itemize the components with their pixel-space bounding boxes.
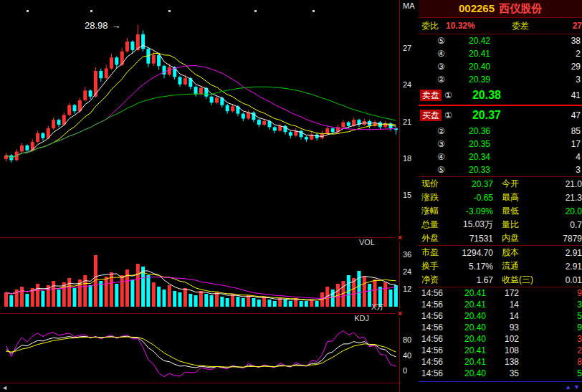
tick-flag: 5 bbox=[519, 368, 582, 378]
quote-label: 流通 bbox=[502, 260, 538, 272]
ask-row-4[interactable]: ④ 20.41 2 bbox=[419, 47, 582, 60]
volume-pane[interactable]: VOL X万 bbox=[0, 238, 399, 314]
ask-price: 20.42 bbox=[457, 36, 502, 46]
ask-row-2[interactable]: ② 20.39 3 bbox=[419, 73, 582, 86]
tick-time: 14:56 bbox=[421, 368, 450, 378]
bid1-price: 20.37 bbox=[464, 109, 509, 122]
vol-indicator-label: VOL bbox=[359, 238, 375, 247]
kdj-indicator-label: KDJ bbox=[354, 314, 369, 322]
weibi-row: 委比 10.32% 委差 27 bbox=[419, 18, 582, 34]
quote-value: 5.17% bbox=[447, 262, 493, 272]
tick-time: 14:56 bbox=[421, 311, 450, 321]
tick-row[interactable]: 14:56 20.40 14 5 bbox=[419, 310, 582, 322]
ask-volume: 3 bbox=[502, 75, 582, 85]
quote-value: 1294.70 bbox=[447, 248, 493, 258]
stock-title: 002265西仪股份 bbox=[419, 0, 582, 18]
ask-row-3[interactable]: ③ 20.40 29 bbox=[419, 60, 582, 73]
close-vol-pane-icon[interactable]: × bbox=[396, 234, 404, 242]
tick-flag: 3 bbox=[519, 334, 582, 344]
signal-marker bbox=[168, 10, 171, 12]
chart-column: 28.98→ VOL X万 KDJ ◄ bbox=[0, 0, 400, 392]
kline-pane[interactable]: 28.98→ bbox=[0, 0, 399, 238]
buy-side-tag: 买盘 bbox=[420, 110, 442, 121]
ask-level: ④ bbox=[437, 49, 449, 59]
scroll-left-icon[interactable]: ◄ bbox=[1, 385, 8, 391]
tick-list[interactable]: 14:56 20.41 172 9 14:56 20.41 14 3 14:56… bbox=[419, 287, 582, 379]
bid-row-5[interactable]: ⑤ 20.33 3 bbox=[419, 163, 582, 176]
tick-row[interactable]: 14:56 20.41 172 9 bbox=[419, 287, 582, 299]
tick-row[interactable]: 14:56 20.40 35 5 bbox=[419, 368, 582, 379]
scroll-up-icon[interactable]: ▲ bbox=[565, 384, 571, 391]
bid1-volume: 47 bbox=[509, 110, 582, 120]
quote-label: 内盘 bbox=[502, 232, 538, 244]
weibi-label: 委比 bbox=[421, 20, 446, 32]
quote-summary: 现价 20.37 今开 21.0 涨跌 -0.65 最高 21.3 涨幅 -3.… bbox=[419, 177, 582, 246]
bid-row-4[interactable]: ④ 20.34 4 bbox=[419, 150, 582, 163]
quote-label: 涨幅 bbox=[421, 205, 447, 217]
quote-row: 外盘 71531 内盘 7879 bbox=[419, 231, 582, 245]
quote-value: 15.03万 bbox=[447, 219, 493, 231]
kdj-tick: 40 bbox=[403, 351, 411, 360]
ask-volume: 2 bbox=[502, 49, 582, 59]
bid-row-2[interactable]: ② 20.36 85 bbox=[419, 125, 582, 138]
tick-price: 20.40 bbox=[450, 311, 486, 321]
bid-row-3[interactable]: ③ 20.35 17 bbox=[419, 138, 582, 150]
ask-volume: 29 bbox=[502, 62, 582, 72]
tick-row[interactable]: 14:56 20.40 102 3 bbox=[419, 333, 582, 345]
bid-row-1[interactable]: 买盘 ① 20.37 47 bbox=[419, 106, 582, 125]
bid-price: 20.36 bbox=[457, 126, 502, 136]
close-kdj-pane-icon[interactable]: × bbox=[396, 310, 404, 317]
chart-bottom-strip: ◄ bbox=[0, 383, 399, 392]
bid-price: 20.35 bbox=[457, 139, 502, 149]
tick-volume: 93 bbox=[486, 322, 519, 333]
sell-side-tag: 卖盘 bbox=[420, 90, 442, 101]
tick-volume: 35 bbox=[486, 368, 519, 378]
quote-value: 0.7 bbox=[538, 220, 582, 230]
peak-price-value: 28.98 bbox=[85, 20, 108, 31]
arrow-right-icon: → bbox=[112, 20, 121, 31]
quote-label: 市盈 bbox=[421, 247, 447, 259]
volume-unit-label: X万 bbox=[371, 302, 383, 312]
bid-volume: 85 bbox=[502, 126, 582, 136]
quote-value: 2.91 bbox=[538, 248, 582, 258]
volume-tick: 24 bbox=[403, 267, 411, 276]
ask-row-1[interactable]: 卖盘 ① 20.38 41 bbox=[419, 86, 582, 105]
quote-label: 今开 bbox=[502, 178, 538, 190]
ask-price: 20.40 bbox=[457, 62, 502, 72]
quote-value: 2.91 bbox=[538, 262, 582, 272]
bid-level: ② bbox=[437, 126, 449, 136]
tick-time: 14:56 bbox=[421, 322, 450, 333]
tick-time: 14:56 bbox=[421, 288, 450, 298]
scroll-down-icon[interactable]: ▼ bbox=[573, 384, 580, 391]
tick-flag: 3 bbox=[519, 300, 582, 310]
quote-row: 涨幅 -3.09% 最低 20.0 bbox=[419, 204, 582, 218]
quote-label: 最高 bbox=[502, 191, 538, 204]
quote-label: 总量 bbox=[421, 219, 447, 231]
candlestick-chart bbox=[0, 0, 399, 237]
ask-price: 20.41 bbox=[457, 49, 502, 59]
tick-row[interactable]: 14:56 20.41 138 8 bbox=[419, 356, 582, 368]
quote-row: 总量 15.03万 量比 0.7 bbox=[419, 218, 582, 231]
quote-row: 现价 20.37 今开 21.0 bbox=[419, 177, 582, 191]
quote-label: 收益(三) bbox=[502, 274, 538, 286]
tick-flag: 5 bbox=[519, 311, 582, 321]
tick-row[interactable]: 14:56 20.40 93 9 bbox=[419, 322, 582, 333]
quote-label: 现价 bbox=[421, 178, 447, 190]
quote-label: 最低 bbox=[502, 205, 538, 217]
tick-volume: 172 bbox=[486, 288, 519, 298]
tick-row[interactable]: 14:56 20.41 14 3 bbox=[419, 299, 582, 310]
ask-price: 20.39 bbox=[457, 75, 502, 85]
quote-value: 1.67 bbox=[447, 275, 493, 285]
stock-name: 西仪股份 bbox=[499, 2, 542, 14]
price-tick: 27 bbox=[403, 44, 411, 52]
quote-value: 21.3 bbox=[538, 193, 582, 203]
tick-row[interactable]: 14:56 20.41 108 2 bbox=[419, 345, 582, 356]
tick-flag: 8 bbox=[519, 357, 582, 367]
tick-price: 20.41 bbox=[450, 288, 486, 298]
tick-volume: 14 bbox=[486, 311, 519, 321]
quote-row: 净资 1.67 收益(三) 0.01 bbox=[419, 273, 582, 287]
quote-value: 20.0 bbox=[538, 206, 582, 216]
ma-axis-label: MA bbox=[403, 1, 415, 10]
ask-row-5[interactable]: ⑤ 20.42 38 bbox=[419, 34, 582, 47]
kdj-pane[interactable]: KDJ bbox=[0, 314, 399, 383]
